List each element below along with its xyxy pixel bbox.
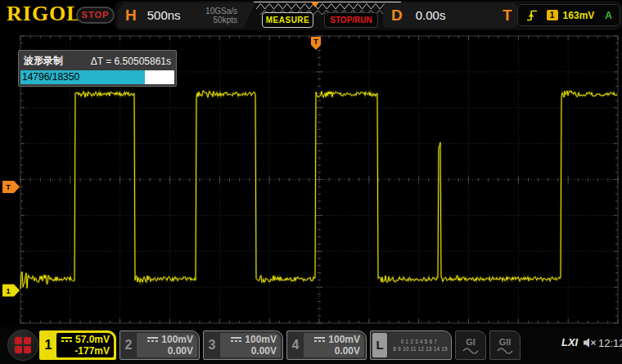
channel-2-values: 100mV 0.00V	[137, 333, 197, 357]
delay-label: D	[391, 7, 403, 25]
sample-rate: 10GSa/s	[205, 7, 237, 16]
dc-coupling-icon	[231, 337, 241, 342]
ch1-waveform-trace	[20, 91, 617, 289]
dc-coupling-icon	[147, 337, 158, 342]
ch1-waveform-glow	[20, 91, 617, 289]
top-bar: RIGOL STOP H 500ns 10GSa/s 50kpts MEASUR…	[0, 0, 622, 31]
speaker-muted-icon	[583, 337, 597, 348]
channel-1-scale: 57.0mV	[75, 334, 110, 345]
horizontal-label: H	[125, 7, 137, 25]
channel-1-box[interactable]: 1 57.0mV -177mV	[39, 330, 116, 360]
trigger-level-value: 163mV	[563, 10, 595, 21]
channel-4-scale: 100mV	[328, 334, 360, 345]
horizontal-panel[interactable]: H 500ns 10GSa/s 50kpts	[118, 2, 255, 28]
trigger-mode: A	[605, 10, 612, 21]
record-progress-bar: 14796/18350	[20, 70, 174, 84]
bottom-bar: 1 57.0mV -177mV 2 100mV 0.00V 3 100mV 0.…	[0, 327, 622, 364]
channel-3-scale: 100mV	[245, 334, 277, 345]
measure-button[interactable]: MEASURE	[262, 12, 313, 28]
logic-channel-list: 0 1 2 3 4 5 6 7 8 9 10 11 12 13 14 15	[389, 333, 449, 357]
channel-2-number: 2	[120, 331, 137, 359]
record-popup-title: 波形录制	[24, 54, 63, 68]
record-delta-t: ΔT = 6.50505861s	[91, 56, 171, 67]
delay-value: 0.00s	[416, 8, 446, 22]
channel1-ground-marker[interactable]: 1	[2, 285, 20, 297]
logic-analyzer-box[interactable]: L 0 1 2 3 4 5 6 7 8 9 10 11 12 13 14 15	[370, 330, 452, 360]
svg-text:T: T	[6, 183, 11, 191]
rising-edge-icon	[526, 9, 539, 22]
channel-1-values: 57.0mV -177mV	[56, 333, 114, 357]
trigger-label: T	[503, 7, 512, 25]
channel-3-number: 3	[204, 331, 220, 359]
trigger-panel[interactable]: T 1 163mV A	[501, 2, 620, 28]
channel-4-box[interactable]: 4 100mV 0.00V	[286, 330, 367, 360]
lxi-logo: LXI	[561, 336, 578, 348]
trigger-settings: 1 163mV A	[517, 4, 620, 26]
oscilloscope-screen: TT1 波形录制 ΔT = 6.50505861s 14796/18350 RI…	[0, 0, 622, 364]
svg-text:1: 1	[6, 287, 10, 295]
dc-coupling-icon	[314, 337, 325, 342]
trigger-level-marker[interactable]: T	[2, 181, 20, 193]
memory-trigger-position-icon	[311, 2, 319, 8]
channel-2-box[interactable]: 2 100mV 0.00V	[119, 330, 200, 360]
logic-label: L	[372, 333, 387, 357]
timebase-value: 500ns	[147, 8, 181, 22]
record-progress-text: 14796/18350	[22, 70, 79, 84]
generator-1-label: GI	[466, 337, 476, 347]
memory-depth: 50kpts	[214, 16, 237, 25]
trigger-source-badge: 1	[547, 10, 558, 20]
channel-2-offset: 0.00V	[137, 345, 193, 357]
channel-3-values: 100mV 0.00V	[220, 333, 281, 357]
channel-1-offset: -177mV	[56, 345, 110, 357]
sine-wave-icon	[497, 347, 513, 354]
channel-4-values: 100mV 0.00V	[304, 333, 364, 357]
delay-panel[interactable]: D 0.00s	[383, 2, 517, 28]
svg-text:T: T	[313, 38, 318, 46]
dc-coupling-icon	[61, 337, 72, 342]
system-time: 12:12	[598, 337, 622, 349]
generator-2-label: GII	[499, 337, 512, 347]
record-popup: 波形录制 ΔT = 6.50505861s 14796/18350	[18, 50, 177, 87]
run-status-badge: STOP	[76, 7, 115, 24]
brand-logo: RIGOL	[7, 2, 82, 26]
logic-row-2: 8 9 10 11 12 13 14 15	[394, 345, 445, 353]
sine-wave-icon	[462, 347, 479, 354]
channel-4-offset: 0.00V	[304, 345, 360, 357]
nav-dots-icon	[15, 337, 31, 353]
nav-menu-button[interactable]	[7, 330, 38, 361]
channel-3-offset: 0.00V	[220, 345, 277, 357]
generator-1-box[interactable]: GI	[455, 330, 486, 360]
stop-run-button[interactable]: STOP/RUN	[324, 12, 378, 28]
trigger-position-marker[interactable]: T	[311, 37, 321, 50]
channel-3-box[interactable]: 3 100mV 0.00V	[203, 330, 283, 360]
acquisition-rates: 10GSa/s 50kpts	[205, 7, 237, 25]
logic-row-1: 0 1 2 3 4 5 6 7	[394, 338, 445, 345]
channel-1-number: 1	[40, 331, 56, 359]
generator-2-box[interactable]: GII	[489, 330, 521, 360]
channel-4-number: 4	[287, 331, 304, 359]
channel-2-scale: 100mV	[161, 334, 193, 345]
